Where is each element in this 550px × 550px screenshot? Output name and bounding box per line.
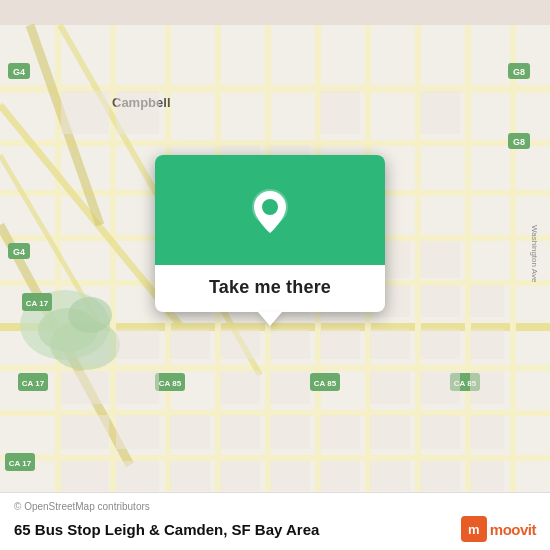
svg-rect-69	[116, 329, 159, 359]
svg-rect-75	[420, 329, 460, 359]
svg-rect-50	[61, 91, 109, 134]
svg-rect-101	[470, 461, 504, 491]
svg-rect-76	[470, 329, 504, 359]
svg-rect-88	[270, 415, 310, 449]
svg-text:G8: G8	[513, 137, 525, 147]
svg-rect-92	[470, 415, 504, 449]
svg-rect-73	[320, 329, 360, 359]
svg-rect-91	[420, 415, 460, 449]
moovit-brand-text: moovit	[490, 521, 536, 538]
svg-rect-83	[470, 371, 504, 404]
map-container: G4 G4 CA 17 CA 17 CA 17 CA 85 CA 85 CA 8…	[0, 0, 550, 550]
svg-text:G8: G8	[513, 67, 525, 77]
popup-green-header	[155, 155, 385, 265]
svg-rect-99	[370, 461, 410, 491]
bottom-info: 65 Bus Stop Leigh & Camden, SF Bay Area …	[14, 516, 536, 542]
svg-rect-70	[170, 329, 210, 359]
svg-rect-55	[420, 91, 460, 134]
take-me-there-button[interactable]: Take me there	[173, 277, 367, 298]
svg-rect-85	[116, 415, 159, 449]
moovit-icon: m	[461, 516, 487, 542]
svg-rect-86	[170, 415, 210, 449]
svg-rect-96	[220, 461, 260, 491]
map-attribution: © OpenStreetMap contributors	[14, 501, 536, 512]
svg-rect-19	[465, 25, 471, 525]
svg-text:CA 17: CA 17	[9, 459, 32, 468]
svg-rect-79	[220, 371, 260, 404]
svg-text:Washington Ave: Washington Ave	[530, 225, 539, 283]
svg-text:CA 85: CA 85	[159, 379, 182, 388]
moovit-logo: m moovit	[461, 516, 536, 542]
location-pin-icon	[243, 185, 297, 239]
svg-rect-89	[320, 415, 360, 449]
svg-rect-77	[61, 371, 109, 404]
svg-rect-68	[470, 285, 504, 317]
svg-rect-90	[370, 415, 410, 449]
svg-rect-54	[320, 91, 360, 134]
svg-rect-98	[320, 461, 360, 491]
svg-rect-72	[270, 329, 310, 359]
svg-point-103	[68, 297, 112, 333]
popup-card: Take me there	[155, 155, 385, 312]
bottom-bar: © OpenStreetMap contributors 65 Bus Stop…	[0, 492, 550, 550]
svg-rect-51	[116, 91, 159, 134]
svg-rect-84	[61, 415, 109, 449]
svg-rect-95	[170, 461, 210, 491]
svg-text:CA 85: CA 85	[314, 379, 337, 388]
svg-rect-97	[270, 461, 310, 491]
svg-text:CA 17: CA 17	[26, 299, 49, 308]
stop-name: 65 Bus Stop Leigh & Camden, SF Bay Area	[14, 521, 319, 538]
svg-text:G4: G4	[13, 67, 25, 77]
popup-tail	[258, 312, 282, 326]
svg-rect-93	[61, 461, 109, 491]
svg-rect-100	[420, 461, 460, 491]
svg-rect-62	[420, 241, 460, 278]
svg-text:G4: G4	[13, 247, 25, 257]
svg-rect-71	[220, 329, 260, 359]
popup-label-area: Take me there	[155, 265, 385, 312]
svg-rect-67	[420, 285, 460, 317]
svg-rect-80	[270, 371, 310, 404]
svg-text:CA 17: CA 17	[22, 379, 45, 388]
svg-rect-94	[116, 461, 159, 491]
svg-rect-74	[370, 329, 410, 359]
svg-rect-81	[370, 371, 410, 404]
svg-rect-82	[420, 371, 460, 404]
svg-rect-78	[116, 371, 159, 404]
svg-point-105	[262, 199, 278, 215]
svg-rect-87	[220, 415, 260, 449]
svg-rect-20	[510, 25, 516, 525]
